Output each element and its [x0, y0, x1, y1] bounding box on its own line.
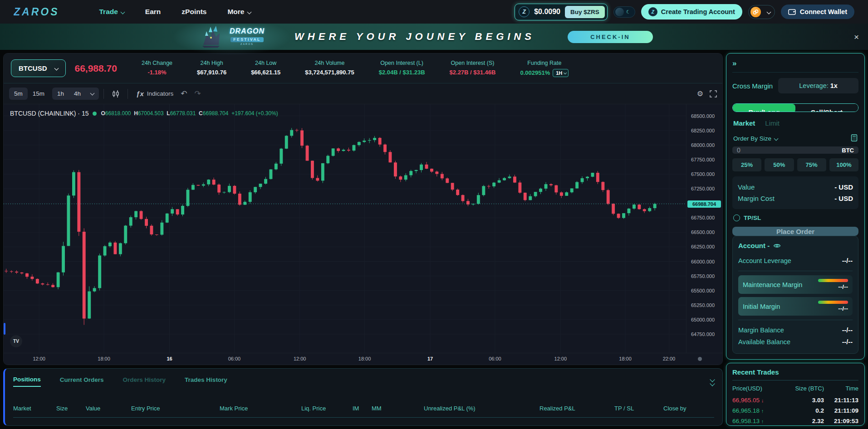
price-tick: 65500.000: [691, 288, 715, 293]
margin-cost-label: Margin Cost: [738, 195, 775, 202]
legend-symbol[interactable]: BTCUSD (CHAINLINK) · 15: [10, 110, 88, 117]
eye-icon[interactable]: [773, 243, 781, 249]
order-type-limit[interactable]: Limit: [765, 119, 780, 127]
col-mm: MM: [372, 405, 424, 412]
timeframe-5m[interactable]: 5m: [9, 88, 28, 100]
col-market: Market: [13, 405, 56, 412]
tab-orders-history[interactable]: Orders History: [123, 376, 166, 386]
funding-interval-select[interactable]: 1H: [553, 69, 569, 77]
dragon-festival-logo: DRAGON FESTIVAL ZAROS: [230, 28, 265, 46]
tpsl-checkbox[interactable]: [733, 214, 740, 221]
chevron-down-icon: [774, 136, 779, 141]
initial-margin-label: Initial Margin: [743, 303, 780, 310]
scroll-indicator[interactable]: [4, 323, 5, 335]
network-selector[interactable]: [748, 5, 775, 19]
place-order-button[interactable]: Place Order: [732, 227, 858, 236]
chevron-down-icon: [247, 10, 251, 14]
trade-row[interactable]: 66,965.05 ↓ 3.03 21:11:13: [732, 395, 858, 405]
tradingview-logo[interactable]: TV: [10, 335, 22, 347]
collapse-bottom-panel-icon[interactable]: [711, 378, 714, 385]
redo-icon[interactable]: ↷: [191, 87, 205, 100]
timeframe-4h[interactable]: 4h: [69, 88, 86, 100]
order-by-size-label: Order By Size: [733, 135, 771, 142]
chart-settings-icon[interactable]: ⚙: [697, 89, 703, 98]
nav-item-earn[interactable]: Earn: [145, 8, 161, 16]
rt-col-0: Price(USD): [732, 385, 786, 392]
positions-table-headers: MarketSizeValueEntry PriceMark PriceLiq.…: [13, 405, 714, 418]
timeframe-1h[interactable]: 1h: [52, 88, 69, 100]
time-tick: 22:00: [663, 356, 676, 361]
nav-item-zpoints[interactable]: zPoints: [181, 8, 206, 16]
symbol-selector[interactable]: BTCUSD: [11, 59, 66, 77]
price-tick: 67500.000: [691, 171, 715, 177]
rt-col-1: Size (BTC): [786, 385, 824, 392]
buy-long-tab[interactable]: Buy/Long: [733, 104, 795, 112]
stat-4: Open Interest (L) $2.04B / $31.23B: [379, 60, 425, 77]
price-tick: 68250.000: [691, 128, 715, 133]
go-to-realtime-button[interactable]: [698, 357, 702, 361]
create-trading-account-button[interactable]: Z Create Trading Account: [641, 4, 742, 20]
order-by-size-dropdown[interactable]: Order By Size: [733, 134, 858, 143]
side-tabs: Buy/Long Sell/Short: [732, 103, 858, 112]
trade-row[interactable]: 66,958.13 ↑ 2.32 21:09:53: [732, 416, 858, 426]
buy-zrs-button[interactable]: Buy $ZRS: [565, 6, 605, 18]
check-in-button[interactable]: CHECK-IN: [568, 31, 653, 43]
price-tick: 65250.000: [691, 302, 715, 308]
percent-50-button[interactable]: 50%: [765, 158, 794, 171]
candle-style-button[interactable]: [108, 88, 123, 100]
risk-gradient-bar: [818, 279, 848, 282]
timeframe-15m[interactable]: 15m: [28, 88, 49, 100]
banner-close-icon[interactable]: ×: [854, 33, 859, 41]
time-tick: 18:00: [358, 356, 371, 361]
nav-item-more[interactable]: More: [227, 8, 250, 16]
tab-current-orders[interactable]: Current Orders: [60, 376, 104, 386]
candlestick-chart[interactable]: [4, 104, 686, 353]
token-price-widget[interactable]: Z $0.0090 Buy $ZRS: [515, 4, 608, 20]
account-leverage-label: Account Leverage: [738, 257, 791, 264]
main-nav: TradeEarnzPointsMore: [99, 8, 251, 16]
undo-icon[interactable]: ↶: [177, 87, 191, 100]
toggle-knob: [615, 8, 624, 16]
calculator-icon[interactable]: [851, 134, 858, 143]
recent-trades-title: Recent Trades: [732, 368, 858, 380]
order-type-market[interactable]: Market: [733, 119, 755, 127]
indicators-button[interactable]: ƒx Indicators: [132, 88, 177, 99]
tpsl-checkbox-row[interactable]: TP/SL: [733, 214, 858, 221]
percent-25-button[interactable]: 25%: [732, 158, 761, 171]
leverage-button[interactable]: Leverage: 1x: [778, 78, 858, 93]
time-tick: 12:00: [294, 356, 306, 361]
percent-75-button[interactable]: 75%: [797, 158, 826, 171]
zaros-logo[interactable]: ZAROS: [14, 6, 59, 18]
chevron-down-icon: [54, 66, 59, 71]
trade-row[interactable]: 66,965.18 ↑ 0.2 21:11:09: [732, 405, 858, 416]
tab-positions[interactable]: Positions: [13, 376, 41, 387]
fullscreen-icon[interactable]: [710, 90, 717, 98]
price-tick: 65000.000: [691, 317, 715, 322]
sell-short-tab[interactable]: Sell/Short: [795, 104, 858, 112]
nav-item-trade[interactable]: Trade: [99, 8, 124, 16]
tab-trades-history[interactable]: Trades History: [185, 376, 227, 386]
col-size: Size: [56, 405, 86, 412]
risk-gradient-bar: [818, 301, 848, 304]
tpsl-label: TP/SL: [744, 214, 761, 221]
recent-trades-rows: 66,965.05 ↓ 3.03 21:11:13 66,965.18 ↑ 0.…: [732, 395, 858, 426]
available-balance-value: --/--: [842, 338, 853, 346]
last-price: 66,988.70: [75, 63, 117, 74]
price-tick: 66750.000: [691, 215, 715, 220]
chevron-down-icon: [120, 10, 125, 14]
price-scale[interactable]: 68500.00068250.00068000.00067750.0006750…: [686, 104, 722, 353]
theme-toggle[interactable]: ☾: [613, 6, 635, 18]
percent-100-button[interactable]: 100%: [829, 158, 858, 171]
col-realized-p-l: Realized P&L: [539, 405, 614, 412]
margin-cost-amount: - USD: [834, 195, 853, 202]
time-axis[interactable]: 12:0018:001606:0012:0018:001706:0012:001…: [4, 353, 722, 365]
nav-right-group: Z $0.0090 Buy $ZRS ☾ Z Create Trading Ac…: [515, 4, 854, 20]
timeframe-more-chevron[interactable]: [86, 88, 99, 100]
connect-wallet-button[interactable]: Connect Wallet: [781, 5, 854, 19]
col-value: Value: [86, 405, 131, 412]
recent-trades-headers: Price(USD)Size (BTC)Time: [732, 380, 858, 395]
amount-input[interactable]: [737, 146, 842, 154]
cross-margin-selector[interactable]: Cross Margin: [732, 82, 773, 90]
collapse-panel-icon[interactable]: »: [732, 59, 858, 73]
price-tick: 66000.000: [691, 259, 715, 264]
